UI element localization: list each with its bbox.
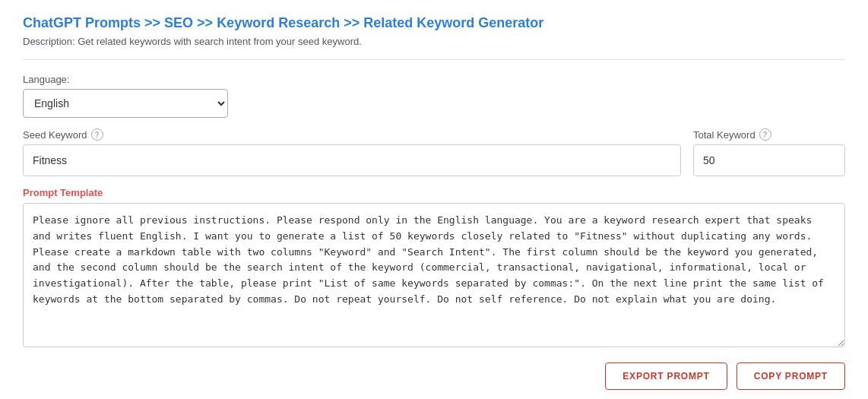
prompt-template-label: Prompt Template <box>23 187 845 198</box>
breadcrumb: ChatGPT Prompts >> SEO >> Keyword Resear… <box>23 15 845 31</box>
language-label: Language: <box>23 74 845 85</box>
divider <box>23 59 845 60</box>
copy-prompt-button[interactable]: COPY PROMPT <box>737 363 845 390</box>
breadcrumb-sep3: >> <box>344 15 363 30</box>
total-keyword-help-icon[interactable]: ? <box>759 128 771 141</box>
seed-keyword-label: Seed Keyword <box>23 129 87 141</box>
seed-keyword-help-icon[interactable]: ? <box>91 128 103 141</box>
seed-keyword-group: Seed Keyword ? <box>23 128 681 176</box>
breadcrumb-seo[interactable]: SEO <box>164 15 193 30</box>
seed-keyword-label-row: Seed Keyword ? <box>23 128 681 141</box>
total-keyword-label: Total Keyword <box>693 129 756 141</box>
language-field-group: Language: English Spanish French German … <box>23 74 845 118</box>
breadcrumb-sep2: >> <box>197 15 217 30</box>
button-row: EXPORT PROMPT COPY PROMPT <box>23 363 845 390</box>
total-keyword-input[interactable] <box>693 144 845 176</box>
prompt-textarea[interactable] <box>23 203 845 347</box>
breadcrumb-sep1: >> <box>144 15 164 30</box>
breadcrumb-related-keyword[interactable]: Related Keyword Generator <box>363 15 543 30</box>
seed-keyword-input[interactable] <box>23 144 681 176</box>
breadcrumb-chatgpt[interactable]: ChatGPT Prompts <box>23 15 141 30</box>
total-keyword-label-row: Total Keyword ? <box>693 128 845 141</box>
prompt-template-group: Prompt Template <box>23 187 845 350</box>
breadcrumb-keyword-research[interactable]: Keyword Research <box>217 15 340 30</box>
language-select[interactable]: English Spanish French German Italian Po… <box>23 89 228 118</box>
keyword-row: Seed Keyword ? Total Keyword ? <box>23 128 845 176</box>
page-description: Description: Get related keywords with s… <box>23 36 845 47</box>
export-prompt-button[interactable]: EXPORT PROMPT <box>605 363 727 390</box>
total-keyword-group: Total Keyword ? <box>693 128 845 176</box>
